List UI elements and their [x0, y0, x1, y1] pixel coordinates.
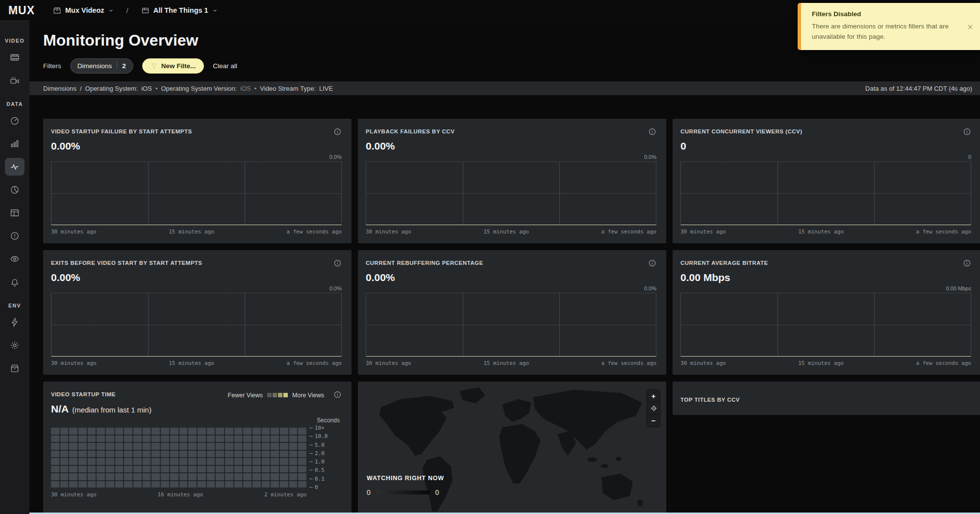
- dimensions-filter-button[interactable]: Dimensions 2: [70, 58, 133, 74]
- sidebar-section-video: VIDEO: [5, 38, 25, 44]
- card-title: VIDEO STARTUP TIME: [51, 391, 116, 397]
- filter-toolbar: Filters Dimensions 2 New Filte... Clear …: [29, 50, 980, 73]
- x-tick: a few seconds ago: [601, 360, 656, 366]
- info-icon[interactable]: [963, 128, 971, 136]
- bar-chart-icon[interactable]: [5, 135, 25, 153]
- x-axis-labels: 30 minutes ago 15 minutes ago a few seco…: [51, 229, 342, 235]
- locate-icon[interactable]: [647, 402, 660, 414]
- clear-all-button[interactable]: Clear all: [213, 62, 237, 70]
- applied-root: Dimensions: [43, 85, 76, 92]
- tray-icon: [141, 6, 150, 15]
- zoom-out-button[interactable]: −: [647, 414, 660, 427]
- info-icon[interactable]: [333, 259, 342, 267]
- x-tick: a few seconds ago: [601, 229, 656, 235]
- startup-time-heatmap: [51, 428, 306, 488]
- watching-min-value: 0: [367, 488, 371, 496]
- org-picker[interactable]: Mux Videoz: [53, 6, 114, 15]
- package-icon: [53, 6, 61, 15]
- metric-value: 0.00%: [51, 272, 342, 283]
- x-tick: a few seconds ago: [916, 360, 971, 366]
- metric-value: 0: [680, 140, 971, 152]
- info-icon[interactable]: [333, 128, 342, 136]
- applied-filters-summary: Dimensions / Operating System: iOS • Ope…: [43, 85, 333, 92]
- x-tick: 2 minutes ago: [264, 491, 306, 498]
- sidebar-section-data: DATA: [6, 101, 23, 107]
- sidebar: VIDEO DATA E: [0, 21, 29, 514]
- env-picker[interactable]: All The Things 1: [141, 6, 218, 15]
- data-as-of-timestamp: Data as of 12:44:47 PM CDT (4s ago): [865, 85, 972, 92]
- activity-icon[interactable]: [5, 158, 25, 176]
- filters-disabled-toast: Filters Disabled There are dimensions or…: [798, 3, 980, 50]
- applied-filter-label: Operating System Version:: [161, 85, 237, 92]
- timeseries-chart: [51, 161, 342, 225]
- alert-circle-icon[interactable]: [5, 227, 25, 245]
- applied-divider: /: [80, 85, 82, 92]
- timeseries-chart: [680, 161, 971, 225]
- applied-filter-value: LIVE: [319, 85, 333, 92]
- close-icon[interactable]: [967, 24, 974, 32]
- y-axis-max-label: 0.00 Mbps: [680, 285, 971, 291]
- x-axis-labels: 30 minutes ago 15 minutes ago a few seco…: [366, 229, 656, 235]
- y-axis-max-label: 0.0%: [51, 154, 342, 160]
- applied-filter-value: iOS: [240, 85, 251, 92]
- x-tick: 15 minutes ago: [169, 360, 214, 366]
- bullet-separator: •: [155, 85, 158, 92]
- x-tick: 30 minutes ago: [366, 360, 411, 366]
- x-tick: 16 minutes ago: [157, 491, 203, 498]
- applied-filter-label: Operating System:: [85, 85, 138, 92]
- gear-icon[interactable]: [5, 336, 25, 354]
- mux-logo: MUX: [7, 4, 36, 17]
- x-axis-labels: 30 minutes ago 16 minutes ago 2 minutes …: [51, 491, 306, 498]
- x-tick: 15 minutes ago: [483, 229, 529, 235]
- gauge-icon[interactable]: [5, 112, 25, 129]
- filters-label: Filters: [43, 62, 61, 70]
- x-tick: 15 minutes ago: [798, 360, 844, 366]
- metrics-grid: VIDEO STARTUP FAILURE BY START ATTEMPTS …: [29, 95, 980, 514]
- metric-value: 0.00 Mbps: [680, 272, 971, 283]
- timeseries-chart: [680, 293, 971, 357]
- zoom-in-button[interactable]: +: [647, 390, 660, 402]
- applied-filters-bar: Dimensions / Operating System: iOS • Ope…: [29, 81, 980, 95]
- metric-card-concurrent-viewers: CURRENT CONCURRENT VIEWERS (CCV) 0 0 30 …: [673, 119, 980, 243]
- info-icon[interactable]: [648, 259, 656, 267]
- watching-label: WATCHING RIGHT NOW: [367, 475, 444, 482]
- card-title: VIDEO STARTUP FAILURE BY START ATTEMPTS: [51, 128, 192, 134]
- x-tick: 30 minutes ago: [51, 491, 97, 498]
- metric-card-exits-before-start: EXITS BEFORE VIDEO START BY START ATTEMP…: [43, 250, 352, 375]
- info-icon[interactable]: [333, 390, 342, 399]
- new-filter-label: New Filte...: [161, 62, 196, 70]
- x-axis-labels: 30 minutes ago 15 minutes ago a few seco…: [51, 360, 342, 366]
- x-tick: a few seconds ago: [286, 229, 342, 235]
- heatmap-legend: Fewer Views More Views: [228, 391, 342, 399]
- toast-body: There are dimensions or metrics filters …: [812, 22, 960, 42]
- layout-icon[interactable]: [5, 204, 25, 222]
- watching-scale-bar: [377, 490, 429, 494]
- x-tick: 30 minutes ago: [680, 360, 726, 366]
- y-axis-max-label: 0.0%: [366, 154, 656, 160]
- funnel-icon: [151, 62, 158, 70]
- eye-icon[interactable]: [5, 250, 25, 268]
- info-icon[interactable]: [648, 128, 656, 136]
- archive-box-icon[interactable]: [5, 360, 25, 377]
- x-tick: a few seconds ago: [916, 229, 971, 235]
- card-title: PLAYBACK FAILURES BY CCV: [366, 128, 454, 134]
- timeseries-chart: [51, 293, 342, 357]
- film-icon[interactable]: [5, 49, 25, 66]
- card-title: TOP TITLES BY CCV: [680, 397, 740, 403]
- bell-icon[interactable]: [5, 273, 25, 291]
- metric-card-playback-failures: PLAYBACK FAILURES BY CCV 0.00% 0.0% 30 m…: [358, 119, 666, 243]
- x-tick: 30 minutes ago: [366, 229, 411, 235]
- info-icon[interactable]: [963, 259, 971, 267]
- x-tick: 30 minutes ago: [51, 229, 97, 235]
- org-name: Mux Videoz: [65, 6, 104, 14]
- new-filter-button[interactable]: New Filte...: [142, 58, 204, 74]
- pie-chart-icon[interactable]: [5, 181, 25, 199]
- video-camera-icon[interactable]: [5, 72, 25, 89]
- y-axis-max-label: 0.0%: [366, 285, 656, 291]
- watching-max-value: 0: [435, 488, 439, 496]
- toast-title: Filters Disabled: [812, 10, 960, 18]
- bullet-separator: •: [254, 85, 257, 92]
- bolt-icon[interactable]: [5, 313, 25, 331]
- metric-value: 0.00%: [366, 140, 656, 152]
- watching-right-now: WATCHING RIGHT NOW 0 0: [367, 475, 444, 496]
